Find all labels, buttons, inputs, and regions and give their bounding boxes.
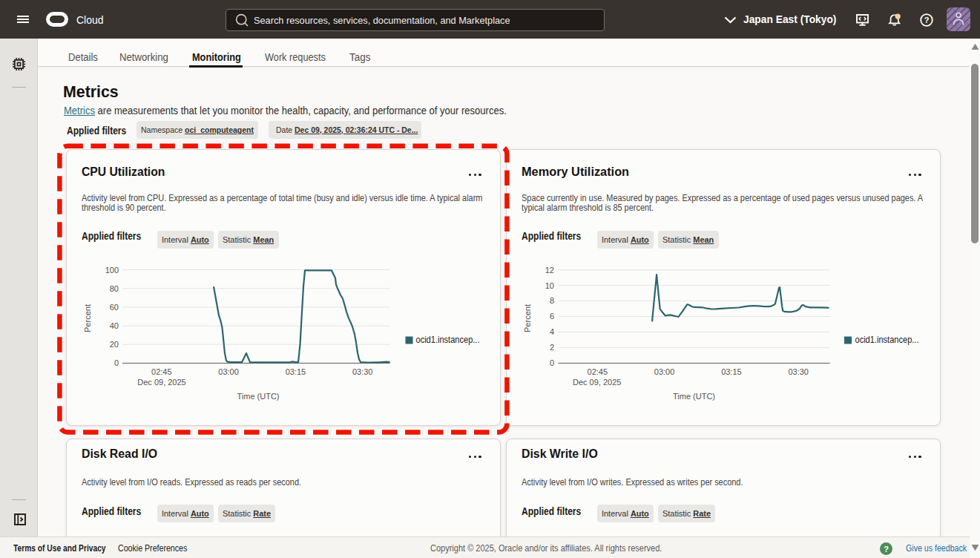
svg-text:100: 100 bbox=[105, 266, 119, 275]
svg-text:ocid1.instancep...: ocid1.instancep... bbox=[416, 334, 480, 345]
svg-text:03:00: 03:00 bbox=[218, 367, 239, 376]
svg-text:ocid1.instancep...: ocid1.instancep... bbox=[855, 334, 919, 345]
svg-text:03:15: 03:15 bbox=[721, 367, 742, 376]
svg-text:03:15: 03:15 bbox=[286, 367, 306, 376]
svg-text:60: 60 bbox=[110, 303, 119, 312]
svg-text:?: ? bbox=[884, 545, 889, 554]
svg-text:Dec 09, 2025: Dec 09, 2025 bbox=[573, 378, 621, 387]
svg-text:6: 6 bbox=[550, 312, 554, 321]
svg-text:Percent: Percent bbox=[523, 304, 532, 332]
svg-text:4: 4 bbox=[550, 327, 554, 336]
svg-text:03:30: 03:30 bbox=[788, 367, 809, 376]
svg-text:0: 0 bbox=[550, 358, 554, 367]
svg-text:Percent: Percent bbox=[83, 304, 92, 332]
svg-text:12: 12 bbox=[545, 266, 554, 275]
svg-text:Time (UTC): Time (UTC) bbox=[237, 392, 279, 401]
svg-text:10: 10 bbox=[545, 281, 554, 290]
svg-text:0: 0 bbox=[114, 358, 119, 367]
svg-text:03:30: 03:30 bbox=[352, 367, 373, 376]
svg-text:40: 40 bbox=[110, 321, 119, 330]
svg-text:02:45: 02:45 bbox=[151, 367, 172, 376]
svg-text:8: 8 bbox=[550, 296, 554, 305]
svg-text:2: 2 bbox=[550, 343, 554, 352]
svg-text:Dec 09, 2025: Dec 09, 2025 bbox=[137, 378, 185, 387]
svg-text:80: 80 bbox=[110, 284, 119, 293]
svg-text:02:45: 02:45 bbox=[588, 367, 608, 376]
svg-text:Time (UTC): Time (UTC) bbox=[673, 392, 715, 401]
svg-text:?: ? bbox=[924, 16, 930, 24]
svg-text:20: 20 bbox=[110, 340, 119, 349]
svg-text:03:00: 03:00 bbox=[654, 367, 675, 376]
